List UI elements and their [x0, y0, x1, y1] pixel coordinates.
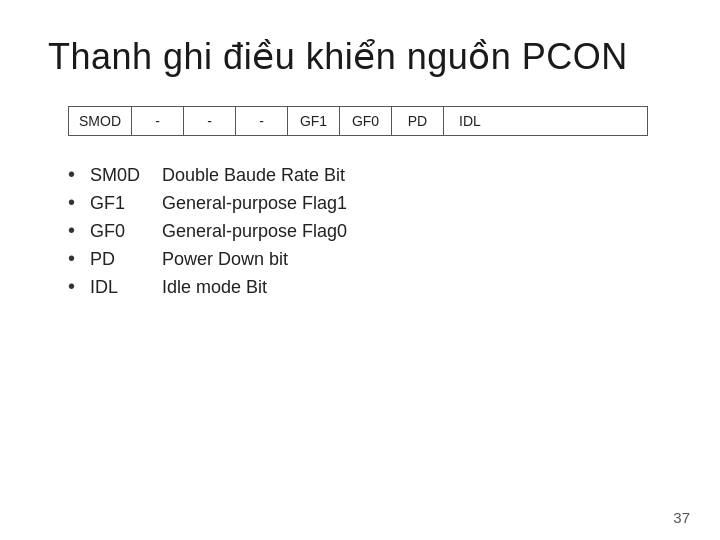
- bullet-list: •SM0DDouble Baude Rate Bit•GF1General-pu…: [68, 164, 672, 298]
- page-number: 37: [673, 509, 690, 526]
- register-cell: PD: [392, 107, 444, 135]
- item-label: PD: [90, 249, 162, 270]
- item-label: GF1: [90, 193, 162, 214]
- list-item: •IDLIdle mode Bit: [68, 276, 672, 298]
- register-cell: SMOD: [69, 107, 132, 135]
- item-desc: General-purpose Flag0: [162, 221, 347, 242]
- slide: Thanh ghi điều khiển nguồn PCON SMOD---G…: [0, 0, 720, 540]
- item-label: GF0: [90, 221, 162, 242]
- register-cell: GF0: [340, 107, 392, 135]
- list-item: •GF1General-purpose Flag1: [68, 192, 672, 214]
- item-label: SM0D: [90, 165, 162, 186]
- list-item: •GF0General-purpose Flag0: [68, 220, 672, 242]
- list-item: •PDPower Down bit: [68, 248, 672, 270]
- register-cell: -: [132, 107, 184, 135]
- register-cell: GF1: [288, 107, 340, 135]
- register-cell: -: [236, 107, 288, 135]
- item-desc: Idle mode Bit: [162, 277, 267, 298]
- register-table: SMOD---GF1GF0PDIDL: [68, 106, 648, 136]
- register-cell: -: [184, 107, 236, 135]
- list-item: •SM0DDouble Baude Rate Bit: [68, 164, 672, 186]
- bullet-dot: •: [68, 248, 90, 268]
- bullet-dot: •: [68, 192, 90, 212]
- bullet-dot: •: [68, 220, 90, 240]
- page-title: Thanh ghi điều khiển nguồn PCON: [48, 36, 672, 78]
- item-desc: Power Down bit: [162, 249, 288, 270]
- item-label: IDL: [90, 277, 162, 298]
- item-desc: General-purpose Flag1: [162, 193, 347, 214]
- bullet-dot: •: [68, 276, 90, 296]
- bullet-dot: •: [68, 164, 90, 184]
- item-desc: Double Baude Rate Bit: [162, 165, 345, 186]
- register-cell: IDL: [444, 107, 496, 135]
